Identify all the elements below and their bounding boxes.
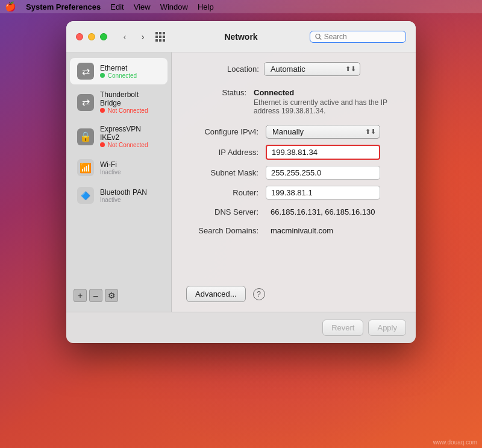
subnet-mask-value[interactable]: 255.255.255.0 [266,166,380,180]
close-button[interactable] [76,33,83,40]
status-value: Connected [254,88,395,97]
menu-window[interactable]: Window [160,2,188,11]
configure-ipv4-row: Configure IPv4: Manually ⬆⬇ [186,125,401,139]
configure-ipv4-select[interactable]: Manually ⬆⬇ [266,125,380,139]
grid-dot [155,36,158,38]
grid-dot [159,36,161,38]
back-button[interactable]: ‹ [117,31,133,42]
add-network-button[interactable]: + [74,289,87,302]
thunderbolt-text: Thunderbolt Bridge Not Connected [100,90,160,114]
location-row: Location: Automatic ⬆⬇ [186,62,401,76]
search-domains-label: Search Domains: [186,226,258,235]
menu-help[interactable]: Help [198,2,214,11]
ethernet-status: Connected [100,72,137,79]
remove-network-button[interactable]: – [89,289,102,302]
forward-button[interactable]: › [135,31,151,42]
sidebar: ⇄ Ethernet Connected ⇄ Thunderbolt Bridg… [66,52,172,312]
dns-server-row: DNS Server: 66.185.16.131, 66.185.16.130 [186,206,401,218]
grid-dot [159,32,161,34]
gear-button[interactable]: ⚙ [105,289,118,302]
search-box[interactable] [310,31,406,43]
traffic-lights [76,33,107,40]
advanced-button[interactable]: Advanced... [186,286,246,302]
content-area: ⇄ Ethernet Connected ⇄ Thunderbolt Bridg… [66,52,416,312]
apply-button[interactable]: Apply [368,320,406,336]
maximize-button[interactable] [100,33,107,40]
status-info: Connected Ethernet is currently active a… [254,88,395,115]
thunderbolt-name: Thunderbolt Bridge [100,90,160,107]
grid-dot [155,39,158,42]
thunderbolt-status-text: Not Connected [108,107,148,114]
revert-button[interactable]: Revert [322,320,363,336]
svg-line-1 [320,38,321,39]
vpn-status: Not Connected [100,142,160,148]
sidebar-item-ethernet[interactable]: ⇄ Ethernet Connected [70,58,167,84]
menu-view[interactable]: View [134,2,151,11]
apple-menu[interactable]: 🍎 [5,1,16,12]
sidebar-footer: + – ⚙ [66,284,171,307]
router-row: Router: 199.38.81.1 [186,186,401,200]
configure-select-arrow: ⬆⬇ [365,128,376,136]
subnet-mask-row: Subnet Mask: 255.255.255.0 [186,166,401,180]
svg-point-0 [316,34,320,38]
grid-dot [163,32,165,34]
subnet-mask-label: Subnet Mask: [186,168,258,177]
status-section: Status: Connected Ethernet is currently … [186,88,401,115]
menu-edit[interactable]: Edit [110,2,124,11]
disconnected-dot-vpn [100,142,105,147]
vpn-name: ExpressVPN IKEv2 [100,125,160,142]
main-panel: Location: Automatic ⬆⬇ Status: Connected… [172,52,416,312]
app-grid-icon[interactable] [155,32,165,42]
dns-server-label: DNS Server: [186,207,258,216]
location-select-arrow: ⬆⬇ [345,65,356,73]
wifi-icon: 📶 [77,159,94,176]
grid-dot [159,39,161,42]
connected-dot [100,73,105,78]
bluetooth-name: Bluetooth PAN [100,188,147,197]
search-input[interactable] [324,33,401,41]
vpn-text: ExpressVPN IKEv2 Not Connected [100,125,160,148]
ethernet-name: Ethernet [100,64,137,72]
thunderbolt-status: Not Connected [100,107,160,114]
location-label: Location: [227,65,259,74]
vpn-icon: 🔒 [77,128,94,145]
bottom-bar: Revert Apply [66,312,416,343]
wifi-status: Inactive [100,169,120,175]
grid-dot [155,32,158,34]
disconnected-dot [100,108,105,113]
bluetooth-text: Bluetooth PAN Inactive [100,188,147,203]
router-value[interactable]: 199.38.81.1 [266,186,380,200]
watermark: www.douaq.com [433,439,477,446]
sidebar-item-wifi[interactable]: 📶 Wi-Fi Inactive [70,154,167,181]
ip-address-value[interactable]: 199.38.81.34 [266,145,380,160]
nav-buttons: ‹ › [117,31,151,42]
search-domains-value: macminivault.com [266,224,380,237]
grid-dot [163,36,165,38]
sidebar-item-thunderbolt[interactable]: ⇄ Thunderbolt Bridge Not Connected [70,86,167,119]
ip-address-label: IP Address: [186,148,258,157]
window-title: Network [224,32,257,42]
configure-ipv4-label: Configure IPv4: [186,127,258,136]
menu-system-preferences[interactable]: System Preferences [26,2,101,11]
sidebar-item-bluetooth[interactable]: 🔷 Bluetooth PAN Inactive [70,182,167,209]
search-icon [315,33,322,40]
thunderbolt-icon: ⇄ [77,94,94,111]
grid-dot [163,39,165,42]
status-label: Status: [192,88,246,115]
vpn-status-text: Not Connected [108,142,148,148]
ethernet-status-text: Connected [108,72,137,79]
ethernet-text: Ethernet Connected [100,64,137,79]
help-button[interactable]: ? [253,288,265,300]
sidebar-item-expressvpn[interactable]: 🔒 ExpressVPN IKEv2 Not Connected [70,120,167,153]
network-preferences-window: ‹ › Network ⇄ [66,21,416,343]
minimize-button[interactable] [88,33,95,40]
wifi-text: Wi-Fi Inactive [100,160,120,175]
bluetooth-status: Inactive [100,197,147,203]
bluetooth-icon: 🔷 [77,187,94,204]
router-label: Router: [186,188,258,197]
ip-address-row: IP Address: 199.38.81.34 [186,145,401,160]
ethernet-icon: ⇄ [77,63,94,80]
titlebar: ‹ › Network [66,21,416,52]
configure-ipv4-value: Manually [272,127,304,136]
location-select[interactable]: Automatic ⬆⬇ [264,62,360,76]
